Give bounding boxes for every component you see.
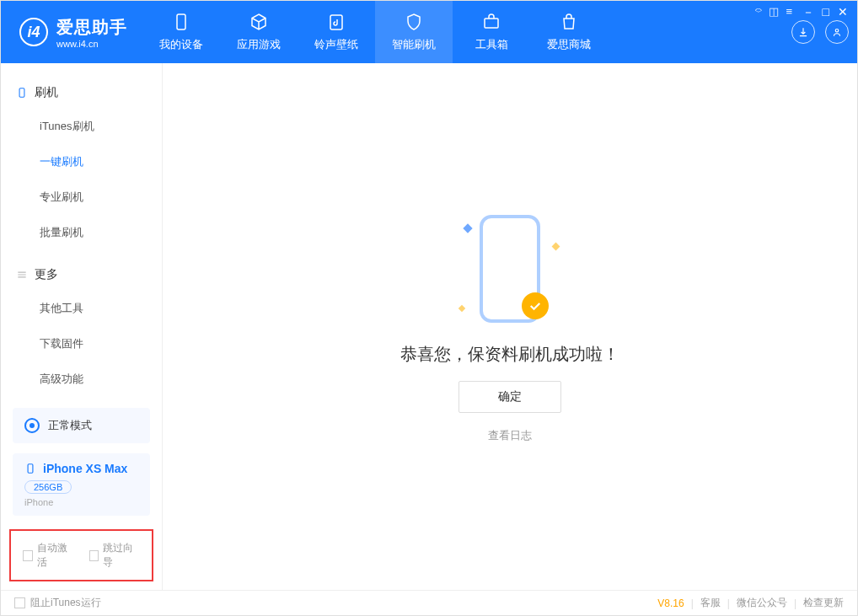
svg-rect-2 [485,19,498,28]
view-log-link[interactable]: 查看日志 [488,428,532,443]
device-info[interactable]: iPhone XS Max 256GB iPhone [13,453,150,516]
sparkle-icon [463,223,472,233]
device-type: iPhone [24,497,138,507]
sparkle-icon [552,243,560,251]
nav-label: 铃声壁纸 [314,37,358,52]
phone-icon [171,12,191,32]
footer-left: 阻止iTunes运行 [14,596,101,610]
version-label: V8.16 [657,597,684,609]
checkbox-label: 阻止iTunes运行 [30,596,101,610]
logo-subtitle: www.i4.cn [56,39,127,49]
svg-rect-4 [19,88,24,98]
device-name-row: iPhone XS Max [24,462,138,475]
user-icon [831,26,843,38]
sidebar-header-flash[interactable]: 刷机 [1,77,162,109]
nav-label: 我的设备 [159,37,203,52]
separator: | [727,597,730,609]
footer-right: V8.16 | 客服 | 微信公众号 | 检查更新 [657,596,844,610]
mode-icon [24,418,40,433]
checkbox-label: 跳过向导 [103,541,140,570]
svg-point-3 [835,29,839,33]
minimize-button[interactable]: － [802,5,814,20]
device-small-icon [24,463,36,474]
checkbox-skip-guide[interactable]: 跳过向导 [89,541,141,570]
separator: | [794,597,796,609]
sidebar-item-advanced[interactable]: 高级功能 [1,362,162,397]
nav-label: 智能刷机 [392,37,436,52]
device-storage: 256GB [24,480,72,494]
header: ⌔ ◫ ≡ － □ ✕ i4 爱思助手 www.i4.cn 我的设备 应用游戏 … [1,1,857,63]
tshirt-icon[interactable]: ⌔ [755,5,762,18]
check-badge-icon [522,292,549,319]
svg-rect-5 [28,464,33,474]
nav-apps[interactable]: 应用游戏 [220,1,298,63]
check-icon [528,298,543,313]
sidebar-item-batch[interactable]: 批量刷机 [1,215,162,250]
success-message: 恭喜您，保资料刷机成功啦！ [400,343,619,366]
nav-flash[interactable]: 智能刷机 [375,1,453,63]
download-button[interactable] [791,20,815,44]
success-illustration [459,210,560,328]
body: 刷机 iTunes刷机 一键刷机 专业刷机 批量刷机 更多 其他工具 下载固件 … [1,63,857,590]
shield-icon [404,12,424,32]
toolbox-icon [481,12,501,32]
main-content: 恭喜您，保资料刷机成功啦！ 确定 查看日志 [163,63,857,590]
sidebar-section-more: 更多 其他工具 下载固件 高级功能 [1,259,162,397]
options-highlight-box: 自动激活 跳过向导 [9,529,153,581]
sidebar-item-pro[interactable]: 专业刷机 [1,179,162,215]
confirm-button[interactable]: 确定 [458,381,561,413]
mode-label: 正常模式 [48,418,92,433]
logo-title: 爱思助手 [56,16,127,39]
nav-store[interactable]: 爱思商城 [530,1,608,63]
download-icon [797,26,809,38]
top-nav: 我的设备 应用游戏 铃声壁纸 智能刷机 工具箱 爱思商城 [142,1,608,63]
sidebar-item-firmware[interactable]: 下载固件 [1,326,162,362]
sidebar-header-label: 更多 [35,267,58,282]
bag-icon [559,12,579,32]
wechat-link[interactable]: 微信公众号 [737,596,787,610]
device-name: iPhone XS Max [43,462,127,475]
nav-ringtones[interactable]: 铃声壁纸 [298,1,375,63]
nav-label: 应用游戏 [237,37,281,52]
nav-toolbox[interactable]: 工具箱 [453,1,530,63]
lock-icon[interactable]: ◫ [769,5,779,18]
mode-indicator[interactable]: 正常模式 [13,408,150,443]
check-update-link[interactable]: 检查更新 [803,596,844,610]
nav-my-device[interactable]: 我的设备 [142,1,220,63]
sidebar-item-onekey[interactable]: 一键刷机 [1,144,162,179]
user-button[interactable] [825,20,849,44]
checkbox-auto-activate[interactable]: 自动激活 [23,541,74,570]
close-button[interactable]: ✕ [838,5,848,20]
cube-icon [249,12,269,32]
sidebar-item-itunes[interactable]: iTunes刷机 [1,109,162,144]
customer-service-link[interactable]: 客服 [700,596,721,610]
checkbox-block-itunes[interactable]: 阻止iTunes运行 [14,596,101,610]
menu-icon[interactable]: ≡ [786,5,792,18]
logo[interactable]: i4 爱思助手 www.i4.cn [1,1,142,63]
nav-label: 爱思商城 [547,37,591,52]
checkbox-icon [14,597,25,608]
sidebar-item-other[interactable]: 其他工具 [1,291,162,326]
svg-rect-1 [330,15,342,29]
device-icon [16,87,28,99]
titlebar-mini-icons: ⌔ ◫ ≡ [755,5,792,18]
logo-icon: i4 [19,18,48,46]
separator: | [691,597,694,609]
maximize-button[interactable]: □ [823,5,829,20]
window-controls: － □ ✕ [802,5,848,20]
checkbox-label: 自动激活 [37,541,74,570]
list-icon [16,269,28,281]
nav-label: 工具箱 [475,37,508,52]
checkbox-icon [23,550,33,561]
checkbox-icon [89,550,99,561]
svg-rect-0 [177,14,185,29]
music-icon [326,12,346,32]
device-panel: 正常模式 iPhone XS Max 256GB iPhone [1,408,162,526]
sidebar-section-flash: 刷机 iTunes刷机 一键刷机 专业刷机 批量刷机 [1,77,162,250]
sidebar-header-more[interactable]: 更多 [1,259,162,291]
sidebar-header-label: 刷机 [35,85,58,100]
sidebar: 刷机 iTunes刷机 一键刷机 专业刷机 批量刷机 更多 其他工具 下载固件 … [1,63,163,590]
footer: 阻止iTunes运行 V8.16 | 客服 | 微信公众号 | 检查更新 [1,590,857,615]
sparkle-icon [458,305,465,312]
